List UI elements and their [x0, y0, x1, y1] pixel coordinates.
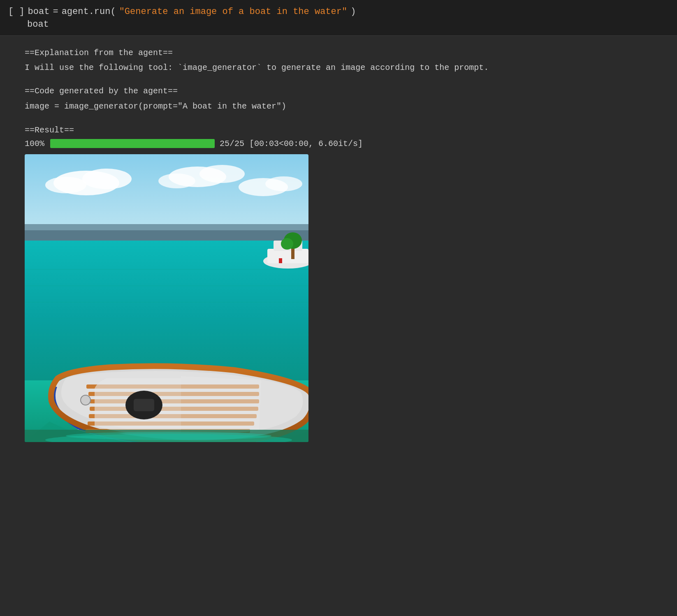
code-line-2: boat [8, 19, 669, 30]
explanation-section: ==Explanation from the agent== I will us… [25, 48, 652, 74]
explanation-heading: ==Explanation from the agent== [25, 48, 652, 58]
var-result: boat [27, 19, 49, 30]
progress-info: 25/25 [00:03<00:00, 6.60it/s] [220, 139, 363, 148]
code-heading: ==Code generated by the agent== [25, 86, 652, 96]
cell-bracket: [ ] [8, 6, 25, 19]
svg-rect-34 [134, 399, 154, 411]
paren-close: ) [350, 6, 356, 19]
string-argument: "Generate an image of a boat in the wate… [119, 6, 348, 19]
code-line: image = image_generator(prompt="A boat i… [25, 100, 652, 113]
progress-bar-container: 100% 25/25 [00:03<00:00, 6.60it/s] [25, 139, 652, 148]
progress-bar-fill [50, 139, 215, 148]
progress-percent: 100% [25, 139, 45, 148]
svg-point-23 [281, 238, 293, 250]
method-call: agent.run( [62, 6, 116, 19]
svg-point-10 [265, 176, 302, 191]
top-bar: [ ] boat = agent.run("Generate an image … [0, 0, 677, 36]
content-area: ==Explanation from the agent== I will us… [0, 36, 677, 459]
var-boat: boat [28, 6, 50, 19]
svg-point-8 [158, 174, 195, 188]
svg-point-5 [45, 177, 86, 193]
explanation-line: I will use the following tool: `image_ge… [25, 62, 652, 74]
boat-image-svg [25, 154, 308, 442]
equals-sign: = [53, 6, 58, 19]
code-line-1: [ ] boat = agent.run("Generate an image … [8, 6, 669, 19]
generated-image [25, 154, 308, 442]
svg-point-35 [81, 395, 90, 405]
code-section: ==Code generated by the agent== image = … [25, 86, 652, 113]
svg-point-38 [66, 432, 271, 440]
result-section: ==Result== 100% 25/25 [00:03<00:00, 6.60… [25, 125, 652, 442]
progress-bar-background [50, 139, 215, 148]
svg-point-4 [82, 169, 132, 189]
result-heading: ==Result== [25, 125, 652, 135]
svg-rect-24 [279, 258, 282, 263]
svg-rect-19 [267, 249, 308, 263]
svg-point-7 [199, 165, 245, 183]
